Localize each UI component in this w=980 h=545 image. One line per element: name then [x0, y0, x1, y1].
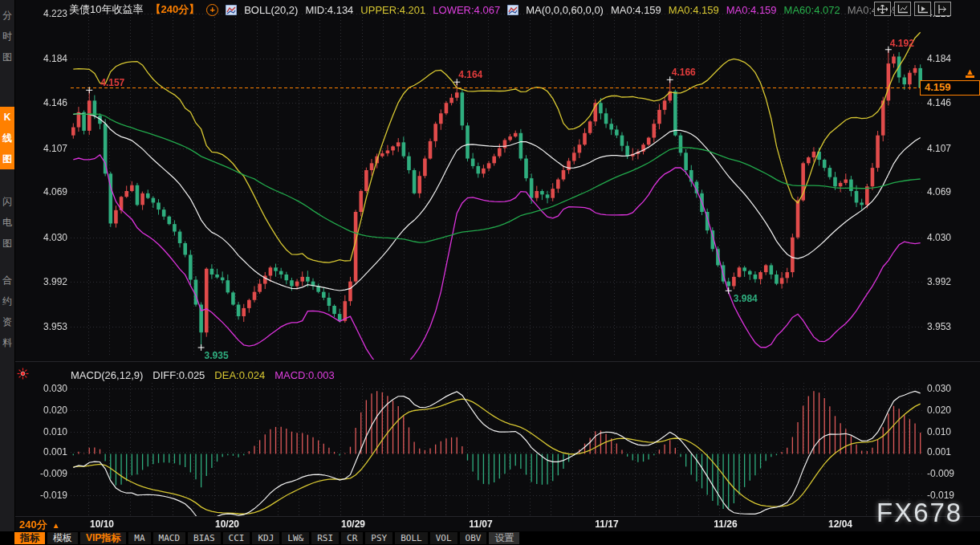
sidebar-tab-2[interactable]: K线图 [0, 107, 14, 169]
toolbar-button-VOL[interactable]: VOL [430, 532, 457, 544]
axis-label: 4.223 [29, 8, 67, 19]
toolbar-button-MACD[interactable]: MACD [153, 532, 186, 544]
sidebar-tab-4[interactable]: 合约资料 [0, 270, 14, 353]
axis-label: 3.992 [927, 276, 951, 287]
date-label: 11/07 [469, 519, 492, 530]
scroll-to-latest-icon[interactable]: ▲ [966, 67, 974, 78]
axis-label: 0.010 [927, 426, 951, 437]
timeframe-label: 240分 [19, 518, 47, 532]
boll-label: BOLL(20,2) [244, 4, 298, 16]
toolbar-button-设置[interactable]: 设置 [489, 532, 519, 544]
axis-label: -0.019 [29, 490, 67, 501]
toolbar-button-VIP指标[interactable]: VIP指标 [80, 532, 126, 544]
period-label: 【240分】 [150, 2, 199, 17]
toolbar-button-BOLL[interactable]: BOLL [395, 532, 428, 544]
price-annotation: 3.984 [734, 293, 758, 304]
trading-app: 分时图K线图闪电图合约资料 美债10年收益率 【240分】 + BOLL(20,… [0, 0, 980, 545]
ma-value: MA60:4.072 [784, 4, 840, 16]
axis-label: 4.069 [29, 186, 67, 197]
ma-value: MA0:4.159 [669, 4, 719, 16]
ma-values: MA0:4.159MA0:4.159MA0:4.159MA60:4.072MA0… [611, 4, 898, 16]
axis-label: 4.107 [927, 143, 951, 154]
timeframe-button[interactable]: 240分 ▲ [19, 518, 60, 532]
axis-label: 4.184 [927, 53, 951, 64]
axis-label: 3.953 [927, 321, 951, 332]
last-price-value: 4.159 [925, 81, 951, 93]
toolbar-button-RSI[interactable]: RSI [311, 532, 339, 544]
price-annotation: 4.164 [458, 69, 482, 80]
macd-dea-value: DEA:0.024 [214, 369, 265, 381]
axis-label: 4.069 [927, 186, 951, 197]
toolbar-button-CCI[interactable]: CCI [223, 532, 250, 544]
date-label: 11/17 [595, 519, 618, 530]
axis-label: 0.001 [29, 446, 67, 458]
toolbar-button-KDJ[interactable]: KDJ [252, 532, 279, 544]
toolbar-button-CR[interactable]: CR [341, 532, 363, 544]
macd-header: MACD(26,12,9) DIFF:0.025 DEA:0.024 MACD:… [71, 369, 335, 381]
chart-header: 美债10年收益率 【240分】 + BOLL(20,2) MID:4.134 U… [69, 2, 898, 17]
sidebar-tab-3[interactable]: 闪电图 [0, 191, 14, 254]
axis-zoom-icon[interactable] [894, 2, 911, 16]
date-label: 10/10 [90, 519, 114, 530]
ma-label: MA(0,0,0,60,0,0) [526, 4, 604, 16]
pane-shift-icon[interactable] [934, 2, 951, 16]
date-label: 10/29 [341, 519, 365, 530]
boll-lower-value: LOWER:4.067 [433, 4, 500, 16]
price-annotation: 4.166 [672, 67, 696, 78]
axis-label: 0.030 [29, 383, 67, 394]
indicator-toolbar: 指标模板VIP指标MAMACDBIASCCIKDJLW&RSICRPSYBOLL… [0, 531, 980, 545]
instrument-title: 美债10年收益率 [69, 2, 143, 17]
macd-diff-value: DIFF:0.025 [152, 369, 205, 381]
toolbar-button-指标[interactable]: 指标 [14, 532, 45, 544]
axis-label: 4.030 [927, 232, 951, 243]
axis-label: 0.020 [927, 405, 951, 416]
boll-mid-value: MID:4.134 [305, 4, 353, 16]
price-annotation: 3.935 [205, 350, 229, 361]
watermark: FX678 [876, 498, 962, 528]
triangle-up-icon: ▲ [52, 521, 60, 530]
ma-value: MA0:4.159 [611, 4, 661, 16]
macd-sparkle-icon[interactable] [17, 368, 29, 383]
ma-value: MA0:4.159 [726, 4, 777, 16]
axis-label: 4.107 [29, 143, 67, 154]
sidebar-tab-1[interactable]: 分时图 [0, 5, 14, 67]
price-annotation: 4.157 [100, 77, 124, 88]
toolbar-button-模板[interactable]: 模板 [47, 532, 78, 544]
toolbar-button-BIAS[interactable]: BIAS [188, 532, 221, 544]
toolbar-button-OBV[interactable]: OBV [460, 532, 487, 544]
date-label: 12/04 [828, 519, 852, 530]
kline-chart-canvas[interactable] [0, 0, 980, 545]
toolbar-button-MA[interactable]: MA [128, 532, 150, 544]
window-controls [874, 2, 951, 16]
date-label: 11/26 [714, 519, 737, 530]
axis-label: 4.030 [29, 232, 67, 243]
axis-label: 0.010 [29, 426, 67, 437]
add-indicator-icon[interactable]: + [206, 4, 218, 16]
boll-chart-icon [226, 5, 237, 15]
axis-label: -0.009 [29, 468, 67, 479]
axis-label: 4.146 [29, 97, 67, 108]
axis-label: 3.953 [29, 321, 67, 332]
toolbar-button-PSY[interactable]: PSY [365, 532, 392, 544]
macd-macd-value: MACD:0.003 [274, 369, 334, 381]
boll-upper-value: UPPER:4.201 [360, 4, 425, 16]
axis-label: 0.001 [927, 446, 951, 458]
price-annotation: 4.192 [890, 38, 914, 49]
date-label: 10/20 [215, 519, 239, 530]
toolbar-button-LW&[interactable]: LW& [282, 532, 309, 544]
macd-label: MACD(26,12,9) [71, 369, 143, 381]
axis-label: 0.020 [29, 405, 67, 416]
axis-label: 0.030 [927, 383, 951, 394]
pan-move-icon[interactable] [874, 2, 891, 16]
axis-play-icon[interactable] [914, 2, 931, 16]
last-price-box: 4.159 [920, 80, 980, 96]
ma-chart-icon [507, 5, 518, 15]
axis-label: 4.184 [29, 53, 67, 64]
axis-label: 3.992 [29, 276, 67, 287]
axis-label: -0.009 [927, 468, 954, 479]
sidebar: 分时图K线图闪电图合约资料 [0, 0, 15, 531]
axis-label: 4.146 [927, 97, 951, 108]
